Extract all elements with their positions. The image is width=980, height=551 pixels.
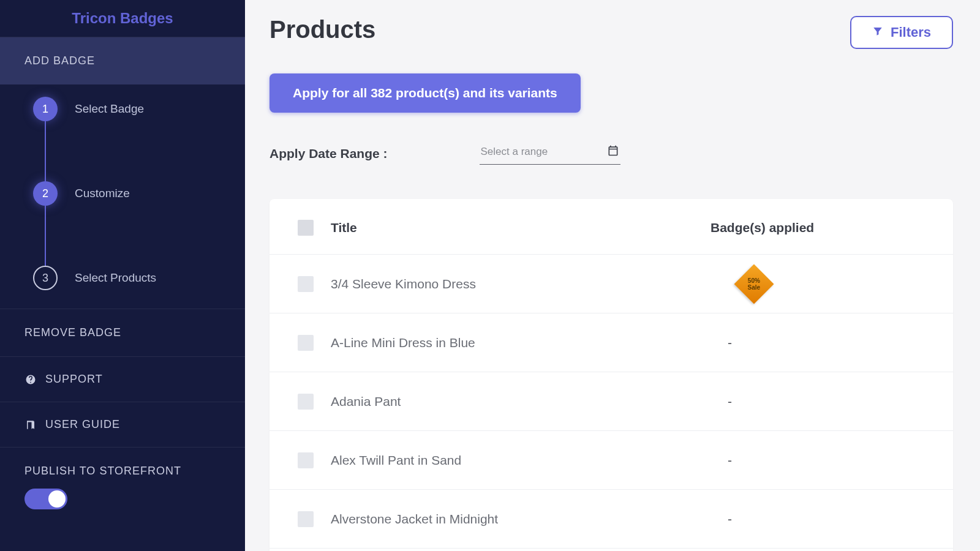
toggle-knob [48,490,66,508]
calendar-icon [607,144,619,159]
table-row: A-Line Mini Dress in Blue- [270,313,953,372]
filters-button-label: Filters [891,24,931,40]
stepper: 1 Select Badge 2 Customize 3 Select Prod… [0,84,245,309]
daterange-input[interactable]: Select a range [480,142,620,165]
row-checkbox[interactable] [298,335,314,351]
row-badges: - [710,512,925,527]
nav-add-badge[interactable]: ADD BADGE [0,37,245,84]
sale-badge-icon: 50%Sale [734,264,774,304]
nav-remove-badge[interactable]: REMOVE BADGE [0,309,245,356]
step-bullet-2: 2 [33,181,58,206]
table-row: Alex Twill Pant in Sand- [270,431,953,490]
row-checkbox[interactable] [298,511,314,527]
table-row: Adania Pant- [270,372,953,431]
nav-user-guide[interactable]: USER GUIDE [0,402,245,447]
step-bullet-1: 1 [33,97,58,121]
step-label-2: Customize [75,187,130,200]
row-title: Alex Twill Pant in Sand [331,453,710,468]
row-title: Adania Pant [331,394,710,409]
funnel-icon [872,24,883,40]
publish-toggle[interactable] [24,489,67,509]
page-title: Products [270,16,375,43]
row-checkbox[interactable] [298,394,314,410]
table-header: Title Badge(s) applied [270,199,953,255]
select-all-checkbox[interactable] [298,220,314,236]
row-title: Alverstone Jacket in Midnight [331,512,710,527]
row-title: A-Line Mini Dress in Blue [331,335,710,350]
row-checkbox[interactable] [298,452,314,468]
table-row: Alverstone Jacket in Midnight- [270,490,953,549]
step-select-badge[interactable]: 1 Select Badge [33,97,245,181]
daterange-label: Apply Date Range : [270,146,388,161]
apply-all-button[interactable]: Apply for all 382 product(s) and its var… [270,73,581,113]
filters-button[interactable]: Filters [850,16,953,49]
daterange-placeholder: Select a range [481,146,548,158]
step-customize[interactable]: 2 Customize [33,181,245,266]
row-badges: - [710,394,925,409]
table-row: 3/4 Sleeve Kimono Dress50%Sale [270,255,953,313]
products-table: Title Badge(s) applied 3/4 Sleeve Kimono… [270,199,953,551]
row-badges: - [710,335,925,350]
publish-label: PUBLISH TO STOREFRONT [24,465,221,478]
sidebar: Tricon Badges ADD BADGE 1 Select Badge 2… [0,0,245,551]
help-icon [24,374,37,385]
nav-support-label: SUPPORT [45,373,103,386]
step-label-1: Select Badge [75,102,144,116]
row-badges: 50%Sale [710,270,925,298]
brand-title: Tricon Badges [0,0,245,37]
step-select-products[interactable]: 3 Select Products [33,266,245,290]
col-header-badges: Badge(s) applied [710,220,925,235]
col-header-title: Title [331,220,710,235]
row-title: 3/4 Sleeve Kimono Dress [331,277,710,291]
step-bullet-3: 3 [33,266,58,290]
publish-section: PUBLISH TO STOREFRONT [0,447,245,527]
table-row: Amand Shirt in Brown- [270,549,953,551]
main: Products Filters Apply for all 382 produ… [245,0,980,551]
step-label-3: Select Products [75,271,156,285]
book-icon [24,419,37,430]
row-checkbox[interactable] [298,276,314,292]
nav-user-guide-label: USER GUIDE [45,418,120,431]
nav-support[interactable]: SUPPORT [0,357,245,402]
row-badges: - [710,453,925,468]
